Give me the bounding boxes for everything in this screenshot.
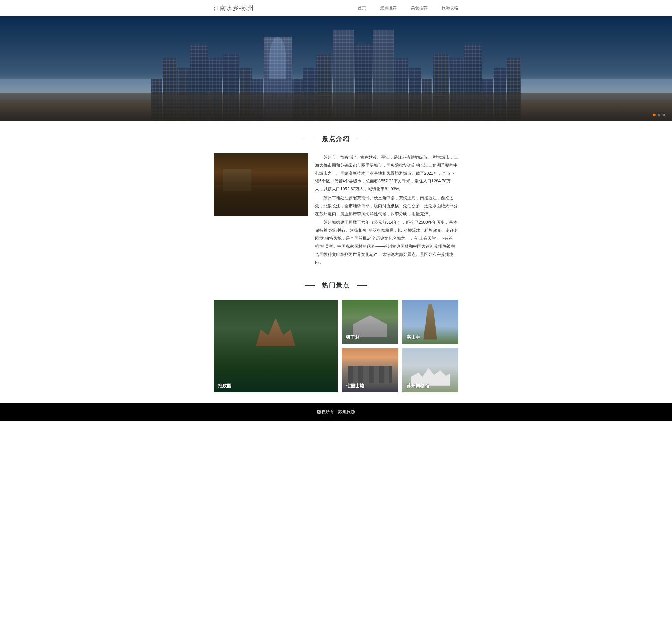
intro-image	[214, 153, 308, 216]
attraction-big-label: 拙政园	[218, 383, 231, 389]
attraction-small-1[interactable]: 狮子林	[342, 300, 398, 344]
nav-home[interactable]: 首页	[358, 5, 366, 11]
intro-para-1: 苏州市，简称"苏"，古称姑苏、平江，是江苏省辖地级市、Ⅰ型大城市，上海大都市圈和…	[315, 153, 458, 193]
nav-attractions[interactable]: 景点推荐	[380, 5, 397, 11]
hero-banner	[0, 16, 672, 121]
header: 江南水乡-苏州 首页 景点推荐 美食推荐 旅游攻略	[0, 0, 672, 16]
attraction-small-1-label: 狮子林	[346, 334, 360, 340]
intro-heading: 景点介绍	[322, 135, 350, 143]
carousel-dot-3[interactable]	[663, 114, 665, 116]
footer-text: 版权所有：苏州旅游	[317, 410, 355, 414]
footer: 版权所有：苏州旅游	[0, 403, 672, 421]
nav-guide[interactable]: 旅游攻略	[442, 5, 458, 11]
section-title-hot: 热门景点	[214, 281, 458, 289]
attraction-small-2-label: 寒山寺	[407, 334, 420, 340]
attraction-small-4[interactable]: 苏州博物馆	[402, 348, 459, 392]
attraction-small-4-label: 苏州博物馆	[407, 383, 429, 389]
intro-para-3: 苏州城始建于周敬王六年（公元前514年），距今已2500多年历史，基本保持着"水…	[315, 218, 458, 266]
carousel-dot-1[interactable]	[653, 114, 656, 116]
main-nav: 首页 景点推荐 美食推荐 旅游攻略	[358, 5, 458, 11]
intro-section: 苏州市，简称"苏"，古称姑苏、平江，是江苏省辖地级市、Ⅰ型大城市，上海大都市圈和…	[214, 153, 458, 267]
attraction-big[interactable]: 拙政园	[214, 300, 338, 392]
attraction-small-2[interactable]: 寒山寺	[402, 300, 459, 344]
hot-heading: 热门景点	[322, 281, 350, 289]
attraction-small-3[interactable]: 七里山塘	[342, 348, 398, 392]
section-title-intro: 景点介绍	[214, 135, 458, 143]
attractions-grid: 拙政园 狮子林 寒山寺 七里山塘 苏州博物馆	[214, 300, 458, 392]
nav-food[interactable]: 美食推荐	[411, 5, 428, 11]
carousel-dot-2[interactable]	[658, 114, 660, 116]
attraction-small-3-label: 七里山塘	[346, 383, 364, 389]
intro-text: 苏州市，简称"苏"，古称姑苏、平江，是江苏省辖地级市、Ⅰ型大城市，上海大都市圈和…	[315, 153, 458, 267]
carousel-dots	[653, 114, 665, 116]
site-logo: 江南水乡-苏州	[214, 4, 254, 12]
intro-para-2: 苏州市地处江苏省东南部、长三角中部，东傍上海，南接浙江，西抱太湖，北依长江，全市…	[315, 194, 458, 218]
